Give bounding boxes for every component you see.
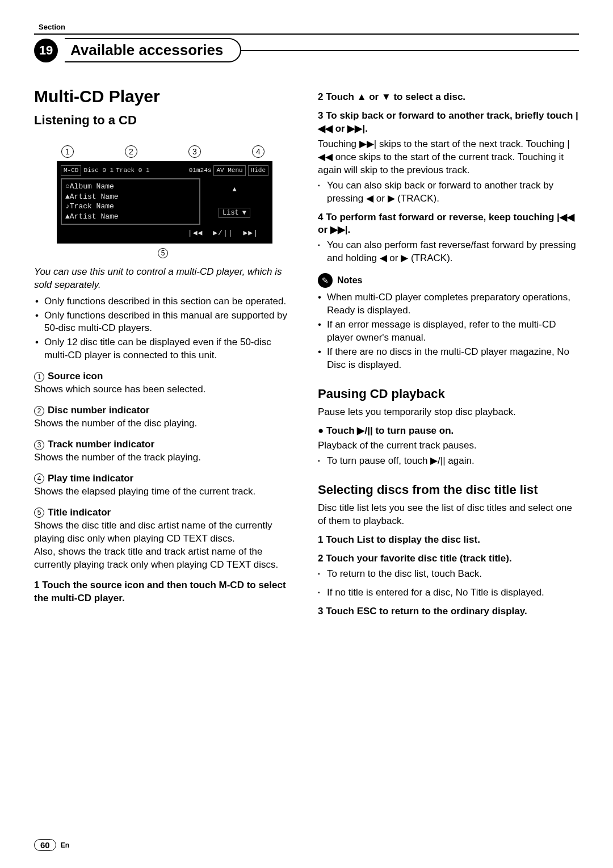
- screen-disc: Disc 0 1: [83, 166, 114, 175]
- def-4-body: Shows the elapsed playing time of the cu…: [34, 486, 255, 497]
- screen-menu: AV Menu: [213, 165, 245, 176]
- up-icon: ▲: [232, 185, 236, 194]
- def-1-num: 1: [34, 372, 44, 382]
- screen-track: Track 0 1: [116, 166, 149, 175]
- sel-step-2: 2 Touch your favorite disc title (track …: [318, 552, 579, 565]
- note-2: If an error message is displayed, refer …: [318, 318, 579, 345]
- screen-hide: Hide: [248, 165, 268, 176]
- subheading-pausing: Pausing CD playback: [318, 385, 579, 402]
- callout-1: 1: [61, 145, 74, 158]
- screen-line-track: ♪Track Name: [65, 202, 196, 212]
- screen-time: 01m24s: [189, 166, 212, 175]
- sel-sub-2: If no title is entered for a disc, No Ti…: [318, 586, 579, 599]
- screen-line-artist2: ▲Artist Name: [65, 212, 196, 222]
- def-5: 5Title indicator Shows the disc title an…: [34, 506, 295, 572]
- screen-title-box: ○Album Name ▲Artist Name ♪Track Name ▲Ar…: [61, 178, 200, 225]
- prev-icon: |◀◀: [188, 228, 203, 238]
- page-title: Multi-CD Player: [34, 85, 295, 108]
- section-label: Section: [39, 23, 579, 31]
- callout-5: 5: [158, 248, 168, 258]
- def-3-num: 3: [34, 440, 44, 450]
- note-1: When multi-CD player completes preparato…: [318, 291, 579, 317]
- def-3: 3Track number indicator Shows the number…: [34, 438, 295, 464]
- page-language: En: [61, 841, 69, 849]
- pause-body: Playback of the current track pauses.: [318, 439, 579, 452]
- def-3-label: Track number indicator: [48, 439, 154, 450]
- next-icon: ▶▶|: [243, 228, 258, 238]
- def-4-label: Play time indicator: [48, 473, 133, 484]
- screen-line-album: ○Album Name: [65, 182, 196, 192]
- callout-4: 4: [252, 145, 264, 158]
- note-3: If there are no discs in the multi-CD pl…: [318, 346, 579, 372]
- chapter-rule: [240, 50, 579, 51]
- intro-italic: You can use this unit to control a multi…: [34, 266, 295, 292]
- notes-icon: ✎: [318, 273, 333, 288]
- def-5-num: 5: [34, 508, 44, 518]
- def-4-num: 4: [34, 473, 44, 484]
- step-4-sub: You can also perform fast reverse/fast f…: [318, 239, 579, 265]
- def-1: 1Source icon Shows which source has been…: [34, 370, 295, 396]
- sel-step-1: 1 Touch List to display the disc list.: [318, 534, 579, 547]
- step-3-lead: 3 To skip back or forward to another tra…: [318, 110, 579, 136]
- def-2-label: Disc number indicator: [48, 405, 149, 416]
- intro-bullets: Only functions described in this section…: [34, 295, 295, 363]
- left-column: Multi-CD Player Listening to a CD 1 2 3 …: [34, 85, 295, 620]
- def-2-body: Shows the number of the disc playing.: [34, 418, 197, 429]
- def-1-body: Shows which source has been selected.: [34, 384, 205, 395]
- intro-bullet-3: Only 12 disc title can be displayed even…: [34, 336, 295, 362]
- subheading-listening: Listening to a CD: [34, 112, 295, 129]
- rule-top: [34, 33, 579, 35]
- subheading-selecting: Selecting discs from the disc title list: [318, 481, 579, 498]
- callout-3: 3: [188, 145, 201, 158]
- def-2: 2Disc number indicator Shows the number …: [34, 404, 295, 430]
- def-3-body: Shows the number of the track playing.: [34, 452, 201, 463]
- screen-source: M-CD: [61, 165, 81, 176]
- def-2-num: 2: [34, 406, 44, 416]
- page-number: 60: [34, 839, 56, 851]
- sel-step-3: 3 Touch ESC to return to the ordinary di…: [318, 605, 579, 618]
- screen-list-button: List▼: [219, 208, 250, 218]
- step-3-sub: You can also skip back or forward to ano…: [318, 179, 579, 206]
- step-3-body: Touching ▶▶| skips to the start of the n…: [318, 138, 579, 177]
- intro-bullet-2: Only functions described in this manual …: [34, 309, 295, 336]
- pause-step: ● Touch ▶/|| to turn pause on.: [318, 425, 579, 438]
- sel-intro: Disc title list lets you see the list of…: [318, 502, 579, 528]
- notes-title: Notes: [337, 274, 362, 287]
- def-5-body: Shows the disc title and disc artist nam…: [34, 520, 278, 570]
- intro-bullet-1: Only functions described in this section…: [34, 295, 295, 308]
- callout-2: 2: [125, 145, 137, 158]
- step-1: 1 Touch the source icon and then touch M…: [34, 579, 295, 605]
- screen-line-artist1: ▲Artist Name: [65, 192, 196, 202]
- pause-intro: Pause lets you temporarily stop disc pla…: [318, 406, 579, 419]
- def-4: 4Play time indicator Shows the elapsed p…: [34, 472, 295, 498]
- step-4-lead: 4 To perform fast forward or reverse, ke…: [318, 211, 579, 237]
- pause-sub: To turn pause off, touch ▶/|| again.: [318, 455, 579, 468]
- chapter-header: 19 Available accessories: [34, 38, 579, 62]
- chapter-title: Available accessories: [65, 38, 241, 62]
- notes-header: ✎ Notes: [318, 273, 579, 288]
- def-5-label: Title indicator: [48, 507, 111, 518]
- def-1-label: Source icon: [48, 371, 103, 381]
- playpause-icon: ▶/||: [213, 228, 233, 238]
- step-2: 2 Touch ▲ or ▼ to select a disc.: [318, 91, 579, 104]
- sel-sub-1: To return to the disc list, touch Back.: [318, 568, 579, 581]
- page-footer: 60 En: [34, 839, 69, 851]
- screen-illustration: 1 2 3 4 M-CD Disc 0 1 Track 0 1 01m24s A…: [57, 145, 272, 260]
- right-column: 2 Touch ▲ or ▼ to select a disc. 3 To sk…: [318, 85, 579, 620]
- notes-list: When multi-CD player completes preparato…: [318, 291, 579, 372]
- chapter-number-badge: 19: [34, 39, 58, 62]
